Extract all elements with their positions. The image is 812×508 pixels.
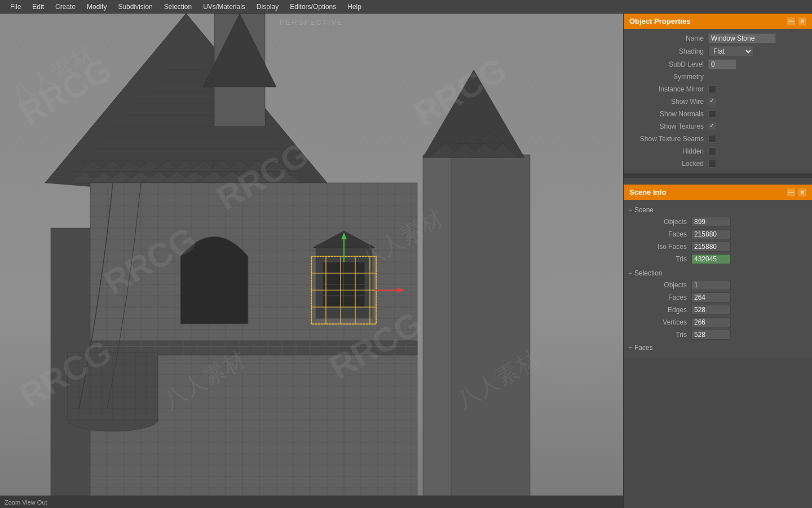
prop-hidden-row: Hidden xyxy=(624,145,812,157)
scene-panel-close-button[interactable]: ✕ xyxy=(798,189,806,196)
prop-show-normals-checkbox[interactable] xyxy=(708,110,716,118)
object-properties-header: Object Properties — ✕ xyxy=(624,14,812,29)
prop-locked-checkbox[interactable] xyxy=(708,160,716,168)
scene-section: − Scene Objects 899 Faces 215880 Iso Fac… xyxy=(624,203,812,266)
menu-help[interactable]: Help xyxy=(342,2,367,12)
prop-instance-mirror-label: Instance Mirror xyxy=(629,85,708,93)
scene-faces-value: 215880 xyxy=(691,229,731,239)
scene-info-body: − Scene Objects 899 Faces 215880 Iso Fac… xyxy=(624,200,812,357)
scene-section-label: Scene xyxy=(634,206,654,214)
sel-tris-row: Tris 528 xyxy=(624,329,812,341)
model-area: RRCG RRCG RRCG RRCG RRCG RRCG 八人素材 八人素材 … xyxy=(0,14,623,508)
sel-vertices-row: Vertices 266 xyxy=(624,316,812,329)
prop-name-input[interactable] xyxy=(708,33,776,43)
sel-vertices-label: Vertices xyxy=(635,318,691,326)
sel-faces-value: 264 xyxy=(691,292,731,303)
prop-show-normals-label: Show Normals xyxy=(629,110,708,118)
scene-info-title: Scene Info xyxy=(629,188,667,196)
prop-show-texture-seams-row: Show Texture Seams xyxy=(624,133,812,145)
menu-create[interactable]: Create xyxy=(50,2,81,12)
svg-rect-4 xyxy=(451,155,530,508)
prop-show-normals-row: Show Normals xyxy=(624,108,812,120)
selection-section: − Selection Objects 1 Faces 264 Edges 52… xyxy=(624,266,812,342)
menu-display[interactable]: Display xyxy=(251,2,284,12)
scene-faces-row: Faces 215880 xyxy=(624,228,812,240)
viewport[interactable]: RRCG RRCG RRCG RRCG RRCG RRCG 八人素材 八人素材 … xyxy=(0,14,623,508)
prop-show-wire-checkbox[interactable] xyxy=(708,98,716,106)
sel-vertices-value: 266 xyxy=(691,317,731,327)
sel-objects-value: 1 xyxy=(691,280,731,290)
prop-show-texture-seams-checkbox[interactable] xyxy=(708,135,716,143)
scene-objects-row: Objects 899 xyxy=(624,216,812,228)
scene-tris-label: Tris xyxy=(635,255,691,263)
sel-faces-label: Faces xyxy=(635,294,691,301)
prop-show-wire-label: Show Wire xyxy=(629,98,708,106)
prop-locked-row: Locked xyxy=(624,157,812,170)
scene-panel-minimize-button[interactable]: — xyxy=(787,189,795,196)
menu-selection[interactable]: Selection xyxy=(158,2,197,12)
menu-uvs-materials[interactable]: UVs/Materials xyxy=(197,2,251,12)
prop-name-row: Name xyxy=(624,32,812,45)
panel-minimize-button[interactable]: — xyxy=(787,17,795,25)
prop-locked-label: Locked xyxy=(629,160,708,168)
selection-section-label: Selection xyxy=(634,269,662,277)
scene-iso-faces-row: Iso Faces 215880 xyxy=(624,240,812,253)
object-properties-title: Object Properties xyxy=(629,17,690,25)
scene-tris-value: 432045 xyxy=(691,254,731,264)
sel-objects-row: Objects 1 xyxy=(624,279,812,291)
prop-hidden-checkbox[interactable] xyxy=(708,147,716,155)
viewport-label: PERSPECTIVE xyxy=(280,18,343,27)
sel-tris-label: Tris xyxy=(635,331,691,339)
panel-gap xyxy=(624,173,812,178)
menu-modify[interactable]: Modify xyxy=(81,2,112,12)
menu-bar: File Edit Create Modify Subdivision Sele… xyxy=(0,0,812,14)
panel-header-controls: — ✕ xyxy=(787,17,806,25)
faces-expand-row[interactable]: + Faces xyxy=(624,342,812,353)
object-properties-panel: Object Properties — ✕ Name Shading Flat … xyxy=(624,14,812,173)
prop-shading-label: Shading xyxy=(629,47,708,55)
scene-panel-header-controls: — ✕ xyxy=(787,189,806,196)
prop-instance-mirror-row: Instance Mirror xyxy=(624,83,812,95)
menu-edit[interactable]: Edit xyxy=(27,2,50,12)
prop-shading-select[interactable]: Flat Smooth No Shading xyxy=(708,46,753,57)
faces-expand-label: Faces xyxy=(634,344,653,352)
scene-objects-value: 899 xyxy=(691,217,731,227)
scene-objects-label: Objects xyxy=(635,218,691,226)
object-properties-body: Name Shading Flat Smooth No Shading SubD… xyxy=(624,29,812,173)
prop-subd-row: SubD Level xyxy=(624,58,812,71)
prop-show-textures-checkbox[interactable] xyxy=(708,122,716,130)
faces-expand-icon: + xyxy=(628,344,632,352)
menu-editors-options[interactable]: Editors/Options xyxy=(284,2,342,12)
selection-collapse-icon[interactable]: − xyxy=(628,269,632,277)
scene-info-panel: Scene Info — ✕ − Scene Objects 899 Faces xyxy=(624,185,812,357)
prop-name-label: Name xyxy=(629,34,708,42)
sel-edges-value: 528 xyxy=(691,305,731,315)
panel-close-button[interactable]: ✕ xyxy=(798,17,806,25)
scene-section-header: − Scene xyxy=(624,204,812,216)
prop-symmetry-row: Symmetry xyxy=(624,71,812,83)
selection-section-header: − Selection xyxy=(624,268,812,279)
prop-instance-mirror-checkbox[interactable] xyxy=(708,85,716,93)
prop-subd-input[interactable] xyxy=(708,59,736,69)
right-panel: Object Properties — ✕ Name Shading Flat … xyxy=(623,14,812,508)
scene-collapse-icon[interactable]: − xyxy=(628,206,632,214)
prop-show-textures-row: Show Textures xyxy=(624,120,812,133)
scene-faces-label: Faces xyxy=(635,230,691,238)
prop-show-texture-seams-label: Show Texture Seams xyxy=(629,135,708,143)
prop-subd-label: SubD Level xyxy=(629,60,708,68)
menu-file[interactable]: File xyxy=(5,2,27,12)
prop-symmetry-label: Symmetry xyxy=(629,73,708,81)
sel-objects-label: Objects xyxy=(635,281,691,289)
prop-hidden-label: Hidden xyxy=(629,147,708,155)
sel-edges-label: Edges xyxy=(635,306,691,314)
prop-show-textures-label: Show Textures xyxy=(629,122,708,130)
sel-tris-value: 528 xyxy=(691,330,731,340)
scene-info-header: Scene Info — ✕ xyxy=(624,185,812,200)
sel-edges-row: Edges 528 xyxy=(624,304,812,316)
sel-faces-row: Faces 264 xyxy=(624,291,812,304)
prop-show-wire-row: Show Wire xyxy=(624,95,812,108)
status-bar: Zoom View Out xyxy=(0,496,623,508)
menu-subdivision[interactable]: Subdivision xyxy=(112,2,158,12)
scene-tris-row: Tris 432045 xyxy=(624,253,812,265)
scene-iso-faces-value: 215880 xyxy=(691,242,731,252)
